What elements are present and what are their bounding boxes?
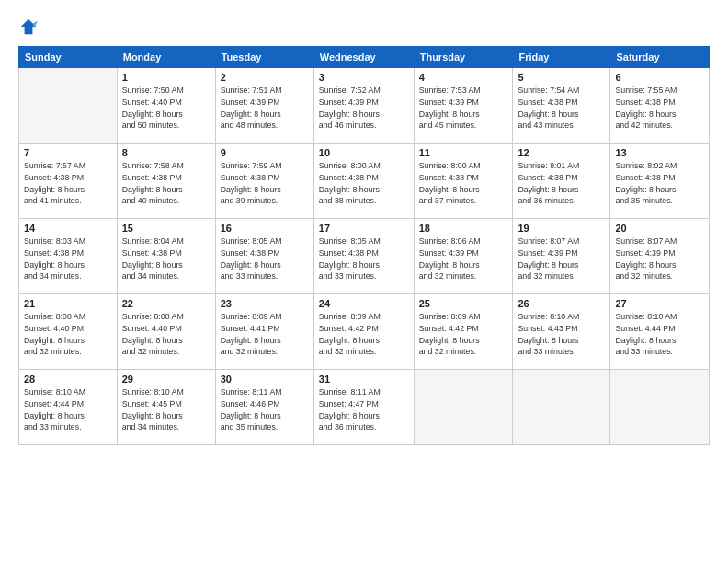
calendar-cell: 14Sunrise: 8:03 AM Sunset: 4:38 PM Dayli… [19, 219, 118, 294]
calendar-table: SundayMondayTuesdayWednesdayThursdayFrid… [18, 46, 710, 445]
day-number: 30 [221, 373, 309, 385]
svg-marker-0 [21, 19, 37, 35]
day-number: 7 [24, 147, 112, 158]
day-info: Sunrise: 7:58 AM Sunset: 4:38 PM Dayligh… [122, 160, 210, 207]
calendar-cell: 10Sunrise: 8:00 AM Sunset: 4:38 PM Dayli… [313, 144, 414, 219]
calendar-cell: 2Sunrise: 7:51 AM Sunset: 4:39 PM Daylig… [215, 68, 313, 144]
weekday-header-monday: Monday [117, 47, 215, 68]
weekday-header-saturday: Saturday [610, 47, 710, 68]
day-number: 19 [518, 223, 605, 234]
week-row-1: 7Sunrise: 7:57 AM Sunset: 4:38 PM Daylig… [19, 144, 710, 219]
day-info: Sunrise: 8:09 AM Sunset: 4:42 PM Dayligh… [319, 311, 409, 358]
calendar-cell: 19Sunrise: 8:07 AM Sunset: 4:39 PM Dayli… [513, 219, 610, 294]
calendar-cell: 16Sunrise: 8:05 AM Sunset: 4:38 PM Dayli… [215, 219, 313, 294]
calendar-cell: 12Sunrise: 8:01 AM Sunset: 4:38 PM Dayli… [513, 144, 610, 219]
day-number: 11 [419, 147, 508, 158]
day-number: 20 [615, 223, 704, 234]
day-number: 15 [122, 223, 210, 234]
day-number: 22 [122, 298, 210, 309]
weekday-header-thursday: Thursday [414, 47, 513, 68]
page: SundayMondayTuesdayWednesdayThursdayFrid… [0, 0, 728, 563]
calendar-cell: 3Sunrise: 7:52 AM Sunset: 4:39 PM Daylig… [313, 68, 414, 144]
header [18, 17, 710, 37]
day-number: 1 [122, 72, 210, 83]
day-number: 14 [24, 223, 112, 234]
day-number: 9 [221, 147, 309, 158]
day-number: 12 [518, 147, 605, 158]
calendar-cell: 29Sunrise: 8:10 AM Sunset: 4:45 PM Dayli… [117, 370, 215, 445]
day-info: Sunrise: 8:10 AM Sunset: 4:44 PM Dayligh… [615, 311, 704, 358]
day-info: Sunrise: 8:00 AM Sunset: 4:38 PM Dayligh… [419, 160, 508, 207]
day-number: 16 [221, 223, 309, 234]
calendar-cell: 1Sunrise: 7:50 AM Sunset: 4:40 PM Daylig… [117, 68, 215, 144]
calendar-cell: 26Sunrise: 8:10 AM Sunset: 4:43 PM Dayli… [513, 294, 610, 370]
day-number: 25 [419, 298, 508, 309]
day-number: 10 [319, 147, 409, 158]
day-number: 23 [221, 298, 309, 309]
day-number: 13 [615, 147, 704, 158]
day-info: Sunrise: 8:10 AM Sunset: 4:44 PM Dayligh… [24, 386, 112, 433]
calendar-cell: 20Sunrise: 8:07 AM Sunset: 4:39 PM Dayli… [610, 219, 710, 294]
calendar-cell: 22Sunrise: 8:08 AM Sunset: 4:40 PM Dayli… [117, 294, 215, 370]
day-info: Sunrise: 8:09 AM Sunset: 4:42 PM Dayligh… [419, 311, 508, 358]
day-number: 27 [615, 298, 704, 309]
day-info: Sunrise: 7:53 AM Sunset: 4:39 PM Dayligh… [419, 85, 508, 132]
day-info: Sunrise: 8:11 AM Sunset: 4:46 PM Dayligh… [221, 386, 309, 433]
weekday-header-sunday: Sunday [19, 47, 118, 68]
calendar-cell: 24Sunrise: 8:09 AM Sunset: 4:42 PM Dayli… [313, 294, 414, 370]
calendar-cell: 23Sunrise: 8:09 AM Sunset: 4:41 PM Dayli… [215, 294, 313, 370]
day-info: Sunrise: 8:03 AM Sunset: 4:38 PM Dayligh… [24, 236, 112, 282]
calendar-cell [610, 370, 710, 445]
day-number: 28 [24, 373, 112, 385]
calendar-cell: 28Sunrise: 8:10 AM Sunset: 4:44 PM Dayli… [19, 370, 118, 445]
calendar-cell: 5Sunrise: 7:54 AM Sunset: 4:38 PM Daylig… [513, 68, 610, 144]
calendar-cell: 17Sunrise: 8:05 AM Sunset: 4:38 PM Dayli… [313, 219, 414, 294]
day-info: Sunrise: 8:05 AM Sunset: 4:38 PM Dayligh… [221, 236, 309, 282]
calendar-cell: 4Sunrise: 7:53 AM Sunset: 4:39 PM Daylig… [414, 68, 513, 144]
day-number: 26 [518, 298, 605, 309]
day-number: 29 [122, 373, 210, 385]
day-number: 18 [419, 223, 508, 234]
day-number: 5 [518, 72, 605, 83]
day-number: 31 [319, 373, 409, 385]
weekday-header-tuesday: Tuesday [215, 47, 313, 68]
day-number: 21 [24, 298, 112, 309]
day-info: Sunrise: 8:05 AM Sunset: 4:38 PM Dayligh… [319, 236, 409, 282]
weekday-header-wednesday: Wednesday [313, 47, 414, 68]
calendar-cell: 30Sunrise: 8:11 AM Sunset: 4:46 PM Dayli… [215, 370, 313, 445]
day-info: Sunrise: 8:08 AM Sunset: 4:40 PM Dayligh… [24, 311, 112, 358]
calendar-cell: 8Sunrise: 7:58 AM Sunset: 4:38 PM Daylig… [117, 144, 215, 219]
calendar-cell: 21Sunrise: 8:08 AM Sunset: 4:40 PM Dayli… [19, 294, 118, 370]
calendar-cell: 25Sunrise: 8:09 AM Sunset: 4:42 PM Dayli… [414, 294, 513, 370]
calendar-cell: 31Sunrise: 8:11 AM Sunset: 4:47 PM Dayli… [313, 370, 414, 445]
calendar-cell: 7Sunrise: 7:57 AM Sunset: 4:38 PM Daylig… [19, 144, 118, 219]
calendar-cell: 13Sunrise: 8:02 AM Sunset: 4:38 PM Dayli… [610, 144, 710, 219]
day-info: Sunrise: 8:07 AM Sunset: 4:39 PM Dayligh… [518, 236, 605, 282]
day-info: Sunrise: 7:50 AM Sunset: 4:40 PM Dayligh… [122, 85, 210, 132]
day-info: Sunrise: 7:57 AM Sunset: 4:38 PM Dayligh… [24, 160, 112, 207]
day-number: 8 [122, 147, 210, 158]
calendar-cell: 11Sunrise: 8:00 AM Sunset: 4:38 PM Dayli… [414, 144, 513, 219]
logo-icon [18, 17, 39, 37]
day-info: Sunrise: 7:54 AM Sunset: 4:38 PM Dayligh… [518, 85, 605, 132]
day-info: Sunrise: 8:00 AM Sunset: 4:38 PM Dayligh… [319, 160, 409, 207]
day-info: Sunrise: 8:04 AM Sunset: 4:38 PM Dayligh… [122, 236, 210, 282]
calendar-cell: 6Sunrise: 7:55 AM Sunset: 4:38 PM Daylig… [610, 68, 710, 144]
day-info: Sunrise: 8:02 AM Sunset: 4:38 PM Dayligh… [615, 160, 704, 207]
calendar-cell: 15Sunrise: 8:04 AM Sunset: 4:38 PM Dayli… [117, 219, 215, 294]
day-info: Sunrise: 7:52 AM Sunset: 4:39 PM Dayligh… [319, 85, 409, 132]
day-number: 17 [319, 223, 409, 234]
logo [18, 17, 42, 37]
day-info: Sunrise: 8:10 AM Sunset: 4:45 PM Dayligh… [122, 386, 210, 433]
calendar-cell [19, 68, 118, 144]
calendar-cell: 9Sunrise: 7:59 AM Sunset: 4:38 PM Daylig… [215, 144, 313, 219]
week-row-2: 14Sunrise: 8:03 AM Sunset: 4:38 PM Dayli… [19, 219, 710, 294]
day-info: Sunrise: 7:59 AM Sunset: 4:38 PM Dayligh… [221, 160, 309, 207]
calendar-cell [414, 370, 513, 445]
day-info: Sunrise: 8:11 AM Sunset: 4:47 PM Dayligh… [319, 386, 409, 433]
week-row-3: 21Sunrise: 8:08 AM Sunset: 4:40 PM Dayli… [19, 294, 710, 370]
calendar-cell: 18Sunrise: 8:06 AM Sunset: 4:39 PM Dayli… [414, 219, 513, 294]
weekday-header-friday: Friday [513, 47, 610, 68]
day-number: 3 [319, 72, 409, 83]
weekday-header-row: SundayMondayTuesdayWednesdayThursdayFrid… [19, 47, 710, 68]
